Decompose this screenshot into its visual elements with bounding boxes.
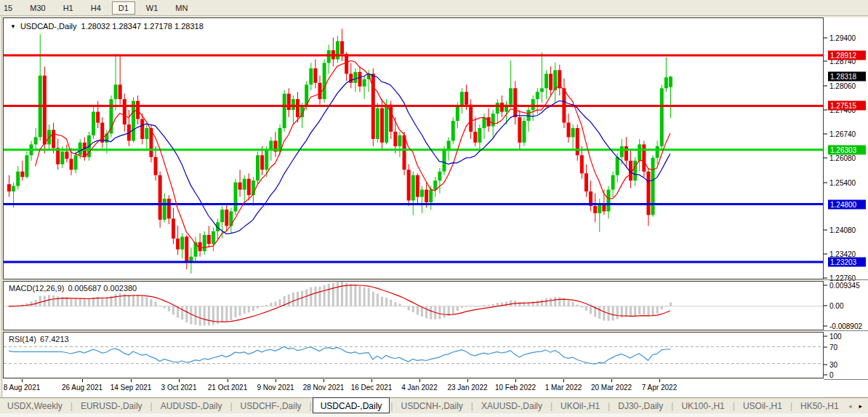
tab-separator: | xyxy=(471,401,473,411)
symbol-dropdown-icon[interactable]: ▼ xyxy=(10,23,16,30)
window-left-border xyxy=(0,16,2,397)
tab-separator: | xyxy=(71,401,73,411)
axis-tick-mark xyxy=(824,230,827,231)
price-badge-1-28318: 1.28318 xyxy=(828,72,866,82)
time-tick-mark xyxy=(467,379,468,382)
date-label: 9 Nov 2021 xyxy=(257,384,294,392)
chart-symbol-label: USDCAD-,Daily xyxy=(20,22,77,31)
date-label: 8 Aug 2021 xyxy=(4,384,41,392)
rsi-canvas[interactable] xyxy=(4,333,823,378)
date-label: 20 Mar 2022 xyxy=(591,384,632,392)
time-tick-mark xyxy=(82,379,83,382)
axis-tick-mark xyxy=(824,336,827,337)
macd-panel[interactable]: MACD(12,26,9)0.005687 0.002380 xyxy=(3,281,824,330)
price-tick-label: 1.28060 xyxy=(824,82,856,90)
axis-tick-mark xyxy=(824,306,827,306)
tabs-scroll-left-icon[interactable]: ◂ xyxy=(848,402,852,410)
price-tick-label: 1.24080 xyxy=(824,226,856,234)
price-badge-1-24800: 1.24800 xyxy=(828,199,866,209)
macd-values: 0.005687 0.002380 xyxy=(68,284,137,293)
time-tick-mark xyxy=(659,379,660,382)
tab-separator: | xyxy=(390,401,393,411)
axis-tick-mark xyxy=(824,326,827,327)
price-badge-1-27515: 1.27515 xyxy=(828,101,866,111)
timeframe-button-d1[interactable]: D1 xyxy=(112,1,135,15)
timeframe-button-w1[interactable]: W1 xyxy=(140,1,165,15)
macd-axis-label: 0.009345 xyxy=(824,282,860,290)
axis-tick-mark xyxy=(824,37,827,38)
axis-tick-mark xyxy=(824,157,827,158)
rsi-value: 67.4213 xyxy=(40,335,69,343)
date-label: 21 Oct 2021 xyxy=(208,384,247,392)
tab-usdcnh-daily[interactable]: USDCNH-,Daily xyxy=(393,399,470,413)
date-label: 16 Dec 2021 xyxy=(351,384,393,392)
time-tick-mark xyxy=(371,379,372,382)
rsi-panel[interactable]: RSI(14)67.4213 xyxy=(3,332,824,378)
main-chart-panel[interactable]: ▼ USDCAD-,Daily 1.28032 1.28347 1.27178 … xyxy=(3,17,824,279)
axis-tick-mark xyxy=(824,86,827,87)
tab-ukoil-h1[interactable]: UKOil-,H1 xyxy=(553,399,607,413)
rsi-axis-label: 30 xyxy=(824,361,837,369)
tab-hk50-h1[interactable]: HK50-,H1 xyxy=(793,399,846,413)
chart-tab-bar: USDX,Weekly|EURUSD-,Daily|AUDUSD-,Daily|… xyxy=(0,397,868,413)
date-label: 4 Jan 2022 xyxy=(401,384,438,392)
axis-tick-mark xyxy=(824,182,827,183)
axis-tick-mark xyxy=(824,278,827,279)
tab-usdcad-daily[interactable]: USDCAD-,Daily xyxy=(313,397,390,413)
date-label: 10 Feb 2022 xyxy=(495,384,536,392)
macd-axis-label: 0.00 xyxy=(824,302,843,310)
price-tick-label: 1.26080 xyxy=(824,154,856,162)
timeframe-button-h4[interactable]: H4 xyxy=(84,1,108,15)
main-chart-canvas[interactable] xyxy=(4,18,823,279)
date-label: 1 Mar 2022 xyxy=(545,384,582,392)
axis-panel-separator xyxy=(824,379,868,380)
tab-dj30-daily[interactable]: DJ30-,Daily xyxy=(611,399,670,413)
axis-panel-separator xyxy=(824,279,868,280)
bottom-strip xyxy=(0,413,868,417)
chart-ohlc-values: 1.28032 1.28347 1.27178 1.28318 xyxy=(81,22,204,31)
time-tick-mark xyxy=(611,379,612,382)
date-label: 7 Apr 2022 xyxy=(642,384,677,392)
date-label: 14 Sep 2021 xyxy=(110,384,152,392)
axis-tick-mark xyxy=(824,110,827,111)
price-tick-label: 1.29400 xyxy=(824,33,856,41)
tab-audusd-daily[interactable]: AUDUSD-,Daily xyxy=(153,399,230,413)
rsi-name: RSI(14) xyxy=(9,335,36,343)
rsi-axis-label: 0 xyxy=(824,371,834,379)
tab-usdx-weekly[interactable]: USDX,Weekly xyxy=(0,399,70,413)
time-tick-mark xyxy=(276,379,276,382)
tab-usdchf-daily[interactable]: USDCHF-,Daily xyxy=(233,399,309,413)
trading-terminal: 15M30H1H4D1W1MN ▼ USDCAD-,Daily 1.28032 … xyxy=(0,0,868,417)
tabs-scroll-right-icon[interactable]: ▸ xyxy=(859,402,862,410)
tab-separator: | xyxy=(310,401,312,411)
axis-tick-mark xyxy=(824,347,827,348)
price-badge-1-26303: 1.26303 xyxy=(828,145,866,154)
tab-uk100-h1[interactable]: UK100-,H1 xyxy=(674,399,731,413)
timeframe-button-mn[interactable]: MN xyxy=(169,1,194,15)
price-badge-1-23203: 1.23203 xyxy=(828,257,866,266)
time-tick-mark xyxy=(324,379,324,382)
axis-tick-mark xyxy=(824,254,827,255)
time-tick-mark xyxy=(22,379,23,382)
timeframe-button-h1[interactable]: H1 xyxy=(57,1,80,15)
axis-tick-mark xyxy=(824,375,827,376)
tab-separator: | xyxy=(790,401,792,411)
tab-eurusd-daily[interactable]: EURUSD-,Daily xyxy=(73,399,150,413)
axis-tick-mark xyxy=(824,61,827,62)
price-tick-label: 1.26740 xyxy=(824,130,856,138)
axis-tick-mark xyxy=(824,133,827,134)
time-tick-mark xyxy=(131,379,132,382)
price-axis[interactable]: 1.294001.287401.280601.274001.267401.260… xyxy=(824,17,868,397)
tab-usoil-h1[interactable]: USOil-,H1 xyxy=(736,399,789,413)
tab-xauusd-daily[interactable]: XAUUSD-,Daily xyxy=(474,399,550,413)
timeframe-button-15[interactable]: 15 xyxy=(0,1,19,15)
time-axis[interactable]: 8 Aug 202126 Aug 202114 Sep 20213 Oct 20… xyxy=(3,379,824,397)
axis-panel-separator xyxy=(824,330,868,331)
timeframe-button-m30[interactable]: M30 xyxy=(23,1,52,15)
macd-axis-label: -0.008902 xyxy=(824,322,862,330)
axis-tick-mark xyxy=(824,285,827,286)
price-badge-1-28912: 1.28912 xyxy=(828,50,866,60)
date-label: 23 Jan 2022 xyxy=(447,384,487,392)
date-label: 3 Oct 2021 xyxy=(161,384,197,392)
price-tick-label: 1.25400 xyxy=(824,178,856,186)
